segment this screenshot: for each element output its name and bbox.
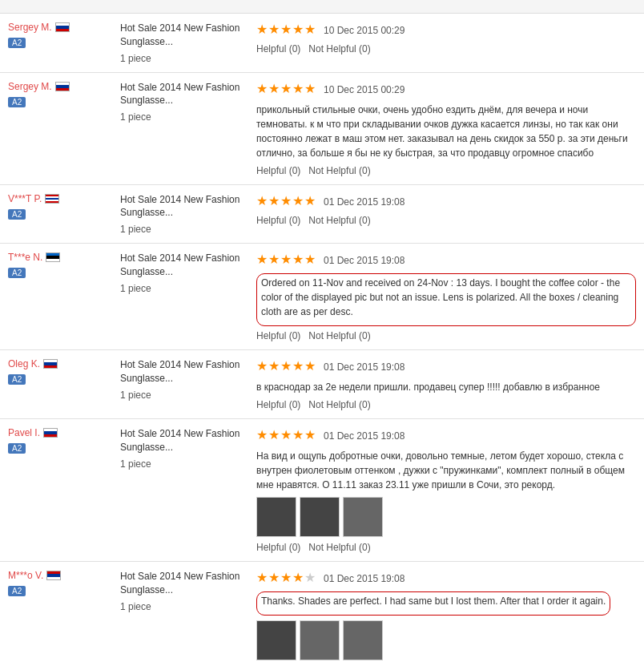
buyer-name: Pavel I. bbox=[8, 427, 112, 438]
helpful-button[interactable]: Helpful (0) bbox=[256, 399, 300, 410]
buyer-col: Pavel I. A2 bbox=[8, 427, 120, 454]
quantity: 1 piece bbox=[120, 390, 248, 401]
star-filled: ★ bbox=[268, 81, 280, 96]
product-name: Hot Sale 2014 New Fashion Sunglasse... bbox=[120, 81, 248, 108]
feedback-col: ★★★★★01 Dec 2015 19:08 Helpful (0) Not H… bbox=[256, 193, 636, 226]
star-filled: ★ bbox=[292, 252, 304, 267]
feedback-image-2[interactable] bbox=[343, 497, 383, 537]
helpful-button[interactable]: Helpful (0) bbox=[256, 330, 300, 341]
feedback-images bbox=[256, 620, 636, 660]
helpful-row: Helpful (0) Not Helpful (0) bbox=[256, 330, 636, 341]
feedback-col: ★★★★★01 Dec 2015 19:08в краснодар за 2е … bbox=[256, 358, 636, 410]
buyer-name: Oleg K. bbox=[8, 358, 112, 369]
feedback-text: прикольный стильные очки, очень удобно е… bbox=[256, 103, 636, 160]
helpful-button[interactable]: Helpful (0) bbox=[256, 43, 300, 54]
star-rating: ★★★★★ bbox=[256, 570, 316, 585]
star-filled: ★ bbox=[256, 81, 268, 96]
quantity: 1 piece bbox=[120, 283, 248, 294]
buyer-name-text: Oleg K. bbox=[8, 358, 40, 369]
table-row: Oleg K. A2 Hot Sale 2014 New Fashion Sun… bbox=[0, 350, 644, 419]
helpful-row: Helpful (0) Not Helpful (0) bbox=[256, 399, 636, 410]
star-filled: ★ bbox=[304, 252, 316, 267]
buyer-badge: A2 bbox=[8, 374, 26, 385]
not-helpful-button[interactable]: Not Helpful (0) bbox=[308, 330, 370, 341]
buyer-badge: A2 bbox=[8, 443, 26, 454]
buyer-name: T***e N. bbox=[8, 252, 112, 263]
feedback-date: 01 Dec 2015 19:08 bbox=[324, 430, 405, 442]
table-row: Sergey M. A2 Hot Sale 2014 New Fashion S… bbox=[0, 14, 644, 73]
not-helpful-button[interactable]: Not Helpful (0) bbox=[308, 215, 370, 226]
transaction-col: Hot Sale 2014 New Fashion Sunglasse... 1… bbox=[120, 427, 256, 470]
buyer-col: T***e N. A2 bbox=[8, 252, 120, 278]
star-filled: ★ bbox=[280, 570, 292, 585]
not-helpful-button[interactable]: Not Helpful (0) bbox=[308, 43, 370, 54]
feedback-image-0[interactable] bbox=[256, 620, 296, 660]
ru-flag-icon bbox=[43, 359, 58, 369]
buyer-col: Oleg K. A2 bbox=[8, 358, 120, 385]
feedback-image-1[interactable] bbox=[300, 497, 340, 537]
buyer-name-text: V***T P. bbox=[8, 193, 42, 204]
helpful-button[interactable]: Helpful (0) bbox=[256, 542, 300, 553]
reviews-table: Sergey M. A2 Hot Sale 2014 New Fashion S… bbox=[0, 0, 644, 662]
star-rating: ★★★★★ bbox=[256, 252, 316, 267]
ee-flag-icon bbox=[46, 252, 60, 262]
star-filled: ★ bbox=[292, 427, 304, 442]
buyer-badge: A2 bbox=[8, 268, 26, 278]
feedback-image-1[interactable] bbox=[300, 620, 340, 660]
transaction-col: Hot Sale 2014 New Fashion Sunglasse... 1… bbox=[120, 193, 256, 236]
star-filled: ★ bbox=[256, 570, 268, 585]
table-row: V***T P. A2 Hot Sale 2014 New Fashion Su… bbox=[0, 185, 644, 244]
star-filled: ★ bbox=[268, 427, 280, 442]
feedback-text: Thanks. Shades are perfect. I had same b… bbox=[261, 594, 606, 608]
star-filled: ★ bbox=[304, 22, 316, 37]
buyer-name-text: Sergey M. bbox=[8, 81, 52, 92]
star-filled: ★ bbox=[256, 358, 268, 373]
buyer-col: M***o V. A2 bbox=[8, 570, 120, 596]
feedback-meta: ★★★★★01 Dec 2015 19:08 bbox=[256, 193, 636, 211]
not-helpful-button[interactable]: Not Helpful (0) bbox=[308, 165, 370, 176]
buyer-name: V***T P. bbox=[8, 193, 112, 204]
feedback-date: 01 Dec 2015 19:08 bbox=[324, 255, 405, 266]
not-helpful-button[interactable]: Not Helpful (0) bbox=[308, 542, 370, 553]
feedback-highlighted: Thanks. Shades are perfect. I had same b… bbox=[256, 591, 610, 616]
feedback-image-2[interactable] bbox=[343, 620, 383, 660]
helpful-button[interactable]: Helpful (0) bbox=[256, 215, 300, 226]
star-filled: ★ bbox=[304, 358, 316, 373]
feedback-meta: ★★★★★01 Dec 2015 19:08 bbox=[256, 427, 636, 445]
star-filled: ★ bbox=[280, 427, 292, 442]
quantity: 1 piece bbox=[120, 53, 248, 64]
star-filled: ★ bbox=[292, 358, 304, 373]
feedback-meta: ★★★★★10 Dec 2015 00:29 bbox=[256, 81, 636, 99]
not-helpful-button[interactable]: Not Helpful (0) bbox=[308, 399, 370, 410]
quantity: 1 piece bbox=[120, 458, 248, 470]
feedback-date: 01 Dec 2015 19:08 bbox=[324, 573, 405, 584]
quantity: 1 piece bbox=[120, 111, 248, 123]
helpful-button[interactable]: Helpful (0) bbox=[256, 165, 300, 176]
product-name: Hot Sale 2014 New Fashion Sunglasse... bbox=[120, 193, 248, 220]
buyer-name: M***o V. bbox=[8, 570, 112, 581]
feedback-image-0[interactable] bbox=[256, 497, 296, 537]
star-filled: ★ bbox=[268, 193, 280, 208]
buyer-badge: A2 bbox=[8, 586, 26, 596]
buyer-name: Sergey M. bbox=[8, 81, 112, 92]
feedback-text: На вид и ощупь добротные очки, довольно … bbox=[256, 449, 636, 492]
transaction-col: Hot Sale 2014 New Fashion Sunglasse... 1… bbox=[120, 358, 256, 401]
feedback-text: в краснодар за 2е недели пришли. продаве… bbox=[256, 380, 636, 394]
feedback-date: 01 Dec 2015 19:08 bbox=[324, 361, 405, 373]
star-filled: ★ bbox=[304, 427, 316, 442]
star-filled: ★ bbox=[280, 252, 292, 267]
ru-flag-icon bbox=[55, 22, 70, 32]
star-filled: ★ bbox=[280, 22, 292, 37]
star-filled: ★ bbox=[268, 358, 280, 373]
helpful-row: Helpful (0) Not Helpful (0) bbox=[256, 542, 636, 553]
table-row: Pavel I. A2 Hot Sale 2014 New Fashion Su… bbox=[0, 419, 644, 562]
quantity: 1 piece bbox=[120, 601, 248, 612]
buyer-badge: A2 bbox=[8, 97, 26, 107]
quantity: 1 piece bbox=[120, 224, 248, 235]
feedback-date: 10 Dec 2015 00:29 bbox=[324, 84, 405, 95]
star-filled: ★ bbox=[280, 81, 292, 96]
transaction-col: Hot Sale 2014 New Fashion Sunglasse... 1… bbox=[120, 22, 256, 64]
product-name: Hot Sale 2014 New Fashion Sunglasse... bbox=[120, 22, 248, 49]
star-filled: ★ bbox=[292, 22, 304, 37]
star-rating: ★★★★★ bbox=[256, 81, 316, 96]
